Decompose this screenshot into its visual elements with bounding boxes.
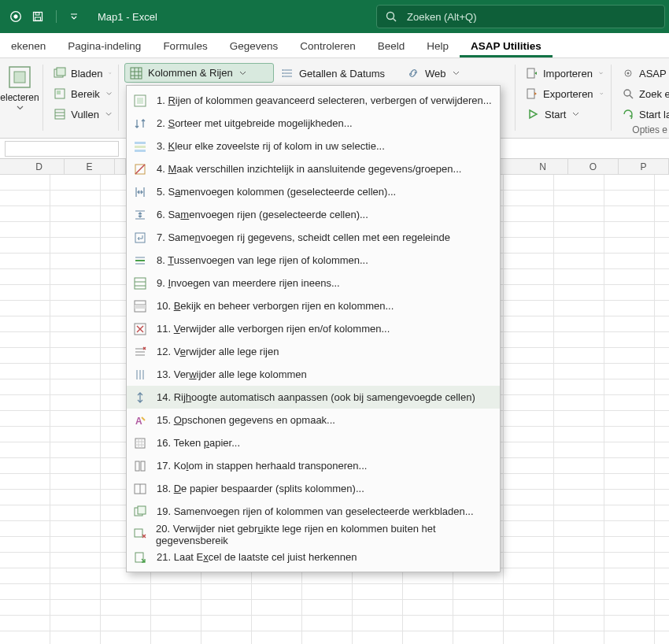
vullen-button[interactable]: Vullen: [49, 104, 116, 124]
svg-rect-37: [135, 150, 146, 152]
svg-point-26: [283, 76, 284, 77]
menu-item-18[interactable]: 18. De papier bespaarder (splits kolomme…: [127, 477, 500, 500]
selecteren-button[interactable]: electeren: [0, 63, 39, 115]
insert-blank-icon: [133, 254, 147, 267]
menu-item-8[interactable]: 8. Tussenvoegen van lege rijen of kolomm…: [127, 249, 500, 272]
autosave-icon: [9, 10, 22, 23]
menu-item-16[interactable]: 16. Teken papier...: [127, 431, 500, 454]
col-P[interactable]: P: [619, 159, 669, 175]
qat-customize[interactable]: [65, 7, 83, 26]
menu-item-11[interactable]: 11. Verwijder alle verborgen rijen en/of…: [127, 317, 500, 340]
menu-label: 20. Verwijder niet gebruikte lege rijen …: [156, 523, 492, 546]
svg-rect-35: [135, 142, 146, 144]
menu-item-2[interactable]: 2. Sorteer met uitgebreide mogelijkheden…: [127, 112, 500, 135]
menu-label: 11. Verwijder alle verborgen rijen en/of…: [157, 323, 390, 335]
getallen-datums-button[interactable]: Getallen & Datums: [277, 63, 395, 83]
chevron-down-icon: [106, 91, 112, 96]
svg-rect-57: [135, 439, 145, 448]
tab-pagina-indeling[interactable]: Pagina-indeling: [57, 35, 152, 57]
clean-icon: A: [133, 414, 147, 427]
svg-rect-8: [14, 72, 25, 83]
menu-item-1[interactable]: 1. Rijen of kolommen geavanceerd selecte…: [127, 89, 500, 112]
importeren-button[interactable]: Importeren: [521, 63, 608, 83]
chevron-down-icon: [109, 71, 112, 76]
menu-item-20[interactable]: 20. Verwijder niet gebruikte lege rijen …: [127, 523, 500, 546]
svg-rect-28: [527, 89, 534, 98]
diff-icon: [133, 163, 147, 176]
search-input[interactable]: [407, 11, 656, 23]
menu-item-3[interactable]: 3. Kleur elke zoveelste rij of kolom in …: [127, 135, 500, 157]
name-box[interactable]: [5, 141, 119, 157]
asap-utilities-button[interactable]: ASAP Ut: [617, 63, 669, 83]
col-E[interactable]: E: [65, 159, 115, 175]
col-partial[interactable]: [115, 159, 126, 175]
start-button[interactable]: Start: [521, 104, 608, 124]
tab-asap-utilities[interactable]: ASAP Utilities: [460, 35, 553, 57]
link-icon: [406, 67, 420, 80]
svg-point-30: [627, 72, 630, 75]
svg-rect-69: [135, 553, 143, 562]
svg-point-1: [14, 15, 17, 18]
menu-item-15[interactable]: A 15. Opschonen gegevens en opmaak...: [127, 409, 500, 431]
col-N[interactable]: N: [518, 159, 568, 175]
split-cols-icon: [133, 483, 147, 495]
menu-label: 18. De papier bespaarder (splits kolomme…: [157, 483, 364, 494]
menu-label: 12. Verwijder alle lege rijen: [157, 346, 279, 357]
start-laatste-button[interactable]: Start laa: [617, 104, 669, 124]
menu-label: 10. Bekijk en beheer verborgen rijen en …: [157, 300, 394, 312]
menu-item-6[interactable]: 6. Samenvoegen rijen (geselecteerde cell…: [127, 203, 500, 226]
bladen-button[interactable]: Bladen: [49, 63, 116, 83]
fill-icon: [54, 108, 66, 120]
menu-item-14[interactable]: 14. Rijhoogte automatisch aanpassen (ook…: [127, 386, 500, 409]
exporteren-button[interactable]: Exporteren: [521, 83, 608, 104]
svg-point-25: [283, 72, 284, 74]
play-icon: [526, 108, 540, 120]
merge-rows-icon: [133, 209, 147, 221]
menu-item-19[interactable]: 19. Samenvoegen rijen of kolommen van ge…: [127, 500, 500, 523]
save-button[interactable]: [28, 7, 47, 26]
svg-rect-48: [135, 305, 146, 309]
svg-rect-16: [131, 68, 142, 79]
menu-label: 15. Opschonen gegevens en opmaak...: [157, 414, 335, 426]
transpose-icon: [133, 460, 147, 472]
bereik-button[interactable]: Bereik: [49, 83, 116, 104]
col-O[interactable]: O: [568, 159, 619, 175]
autosave-toggle[interactable]: [6, 7, 25, 26]
menu-label: 13. Verwijder alle lege kolommen: [157, 368, 307, 380]
search-box[interactable]: [376, 5, 665, 28]
qat-divider: [50, 7, 61, 26]
tab-help[interactable]: Help: [416, 35, 460, 57]
import-icon: [526, 67, 538, 80]
tab-gegevens[interactable]: Gegevens: [219, 35, 290, 57]
menu-item-17[interactable]: 17. Kolom in stappen herhaald transponer…: [127, 454, 500, 477]
kolommen-rijen-button[interactable]: Kolommen & Rijen: [124, 63, 274, 83]
svg-rect-10: [57, 68, 65, 76]
menu-item-7[interactable]: 7. Samenvoegen rij gegevens, scheidt cel…: [127, 226, 500, 249]
svg-rect-68: [135, 529, 142, 537]
delete-hidden-icon: [133, 323, 147, 335]
web-button[interactable]: Web: [401, 63, 464, 83]
menu-item-4[interactable]: 4. Maak verschillen inzichtelijk in aans…: [127, 157, 500, 180]
menu-item-9[interactable]: 9. Invoegen van meerdere rijen ineens...: [127, 272, 500, 294]
kolommen-rijen-menu: 1. Rijen of kolommen geavanceerd selecte…: [126, 85, 501, 572]
menu-item-10[interactable]: 10. Bekijk en beheer verborgen rijen en …: [127, 294, 500, 317]
svg-line-6: [394, 19, 397, 22]
svg-rect-4: [35, 17, 41, 20]
svg-rect-62: [135, 461, 139, 471]
menu-item-21[interactable]: 21. Laat Excel de laatste cel juist herk…: [127, 546, 500, 568]
svg-line-32: [630, 95, 633, 98]
color-rows-icon: [133, 140, 147, 153]
col-D[interactable]: D: [14, 159, 65, 175]
tab-controleren[interactable]: Controleren: [289, 35, 367, 57]
tab-formules[interactable]: Formules: [152, 35, 218, 57]
chevron-down-icon: [239, 71, 246, 76]
tab-berekenen[interactable]: ekenen: [0, 35, 57, 57]
tab-beeld[interactable]: Beeld: [367, 35, 416, 57]
svg-rect-39: [135, 233, 145, 242]
merge-linebreak-icon: [133, 231, 147, 244]
menu-item-13[interactable]: 13. Verwijder alle lege kolommen: [127, 363, 500, 386]
search-icon: [385, 10, 397, 23]
menu-item-5[interactable]: 5. Samenvoegen kolommen (geselecteerde c…: [127, 180, 500, 203]
zoek-en-button[interactable]: Zoek en: [617, 83, 669, 104]
menu-item-12[interactable]: 12. Verwijder alle lege rijen: [127, 340, 500, 363]
